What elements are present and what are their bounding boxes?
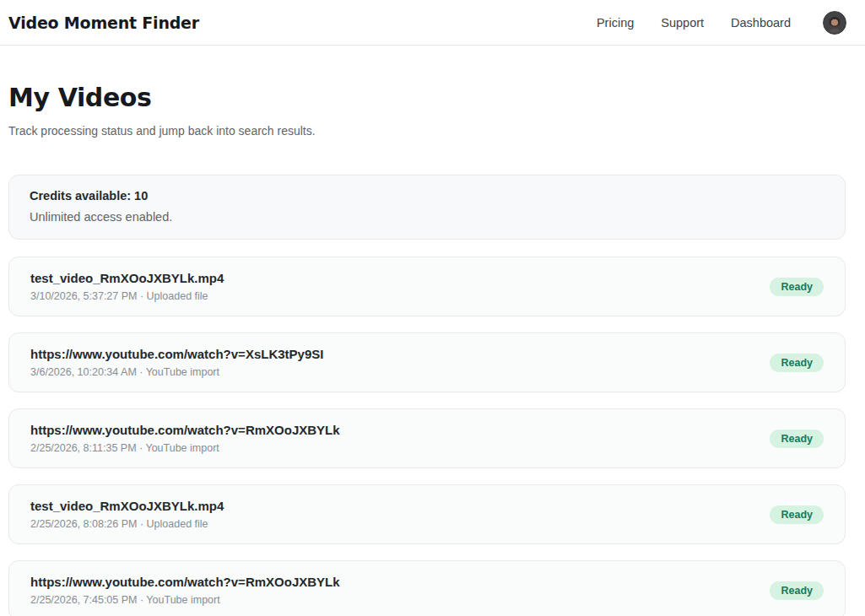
video-meta: 2/25/2026, 8:08:26 PM · Uploaded file [30,518,224,530]
main-content: My Videos Track processing status and ju… [8,46,846,616]
nav-link-pricing[interactable]: Pricing [597,16,634,30]
page-subtitle: Track processing status and jump back in… [8,124,846,138]
avatar-person-icon [824,12,846,34]
header: Video Moment Finder Pricing Support Dash… [0,0,865,46]
status-badge: Ready [770,581,824,600]
status-badge: Ready [770,505,824,524]
video-card[interactable]: https://www.youtube.com/watch?v=RmXOoJXB… [8,408,846,468]
video-list: test_video_RmXOoJXBYLk.mp4 3/10/2026, 5:… [8,257,846,616]
video-card[interactable]: test_video_RmXOoJXBYLk.mp4 3/10/2026, 5:… [8,257,846,316]
video-info: https://www.youtube.com/watch?v=RmXOoJXB… [30,423,340,454]
page-title: My Videos [8,83,846,112]
video-title: https://www.youtube.com/watch?v=RmXOoJXB… [30,423,340,437]
video-meta: 3/10/2026, 5:37:27 PM · Uploaded file [30,290,224,302]
nav-link-dashboard[interactable]: Dashboard [731,16,791,30]
status-badge: Ready [770,430,824,448]
video-meta: 3/6/2026, 10:20:34 AM · YouTube import [30,366,323,378]
video-title: https://www.youtube.com/watch?v=XsLK3tPy… [30,347,323,361]
video-card[interactable]: https://www.youtube.com/watch?v=RmXOoJXB… [8,560,846,616]
video-info: test_video_RmXOoJXBYLk.mp4 3/10/2026, 5:… [30,271,224,302]
video-title: test_video_RmXOoJXBYLk.mp4 [30,499,224,513]
nav-link-support[interactable]: Support [661,16,704,30]
video-info: test_video_RmXOoJXBYLk.mp4 2/25/2026, 8:… [30,499,224,530]
credits-access-text: Unlimited access enabled. [30,210,824,224]
video-info: https://www.youtube.com/watch?v=RmXOoJXB… [30,575,340,606]
credits-available-text: Credits available: 10 [30,189,824,203]
credits-panel: Credits available: 10 Unlimited access e… [8,175,846,240]
video-meta: 2/25/2026, 8:11:35 PM · YouTube import [30,442,340,454]
video-card[interactable]: test_video_RmXOoJXBYLk.mp4 2/25/2026, 8:… [8,484,846,544]
main-nav: Pricing Support Dashboard [597,11,846,35]
video-meta: 2/25/2026, 7:45:05 PM · YouTube import [30,594,340,606]
video-title: https://www.youtube.com/watch?v=RmXOoJXB… [30,575,340,589]
video-title: test_video_RmXOoJXBYLk.mp4 [30,271,224,285]
user-avatar[interactable] [823,11,846,35]
app-logo[interactable]: Video Moment Finder [8,14,199,32]
status-badge: Ready [770,278,824,296]
status-badge: Ready [770,354,824,372]
video-info: https://www.youtube.com/watch?v=XsLK3tPy… [30,347,323,378]
video-card[interactable]: https://www.youtube.com/watch?v=XsLK3tPy… [8,332,846,392]
